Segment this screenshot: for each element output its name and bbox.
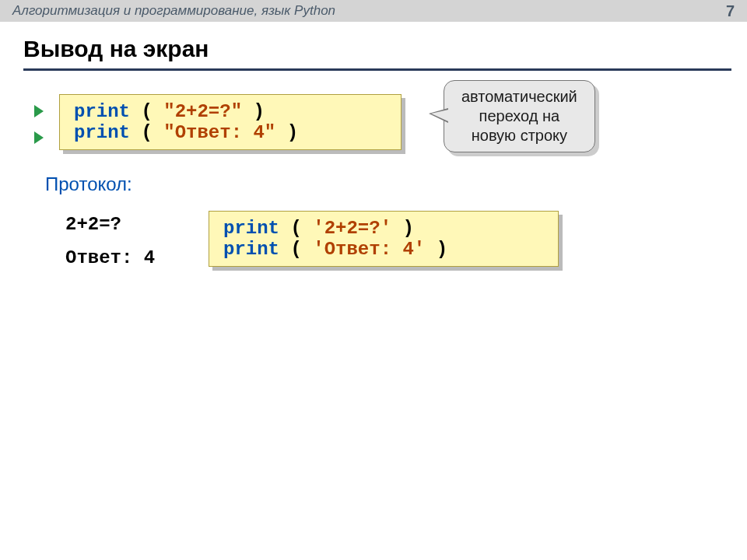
keyword: print bbox=[223, 218, 279, 239]
paren: ( bbox=[279, 239, 313, 260]
keyword: print bbox=[223, 239, 279, 260]
paren: ) bbox=[242, 101, 265, 122]
paren: ) bbox=[275, 122, 298, 143]
header-title: Алгоритмизация и программирование, язык … bbox=[12, 3, 335, 19]
string-literal: '2+2=?' bbox=[313, 218, 391, 239]
keyword: print bbox=[74, 122, 130, 143]
string-literal: 'Ответ: 4' bbox=[313, 239, 425, 260]
code-line: print ( "2+2=?" ) bbox=[74, 101, 387, 122]
callout-line: новую строку bbox=[461, 126, 577, 145]
callout-tail bbox=[431, 110, 448, 121]
string-literal: "2+2=?" bbox=[163, 101, 242, 122]
code-line: print ( "Ответ: 4" ) bbox=[74, 122, 387, 143]
slide-title: Вывод на экран bbox=[23, 36, 747, 65]
keyword: print bbox=[74, 101, 130, 122]
paren: ) bbox=[425, 239, 447, 260]
page-number: 7 bbox=[726, 2, 735, 20]
bullet-icon bbox=[34, 105, 44, 117]
slide-header: Алгоритмизация и программирование, язык … bbox=[0, 0, 747, 22]
callout-line: переход на bbox=[461, 107, 577, 126]
callout-line: автоматический bbox=[461, 87, 577, 107]
paren: ) bbox=[391, 218, 414, 239]
bullet-icon bbox=[34, 131, 44, 144]
code-block-1: print ( "2+2=?" ) print ( "Ответ: 4" ) bbox=[59, 94, 402, 150]
string-literal: "Ответ: 4" bbox=[163, 122, 275, 143]
paren: ( bbox=[130, 101, 163, 122]
callout-box: автоматический переход на новую строку bbox=[444, 80, 595, 152]
code-line: print ( 'Ответ: 4' ) bbox=[223, 239, 544, 260]
paren: ( bbox=[279, 218, 313, 239]
protocol-label: Протокол: bbox=[45, 173, 747, 195]
code-line: print ( '2+2=?' ) bbox=[223, 218, 544, 239]
code-block-2: print ( '2+2=?' ) print ( 'Ответ: 4' ) bbox=[209, 211, 559, 267]
paren: ( bbox=[130, 122, 163, 143]
